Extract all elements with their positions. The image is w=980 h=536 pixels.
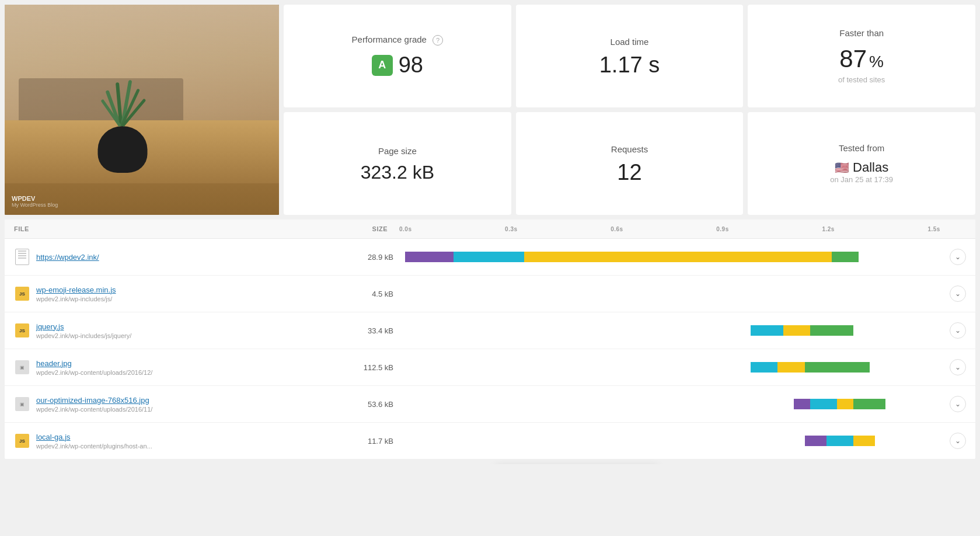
hero-watermark: WPDEV My WordPress Blog — [12, 195, 58, 208]
table-row: ▣ our-optimized-image-768x516.jpg wpdev2… — [5, 386, 975, 423]
tested-from-label: Tested from — [839, 143, 884, 153]
tick-0: 0.0s — [399, 226, 411, 232]
faster-percent: 87 — [839, 45, 867, 73]
bar-segment — [810, 325, 853, 336]
table-row: JS jquery.js wpdev2.ink/wp-includes/js/j… — [5, 312, 975, 349]
files-table: FILE SIZE 0.0s 0.3s 0.6s 0.9s 1.2s 1.5s … — [5, 220, 975, 460]
help-icon[interactable]: ? — [433, 35, 443, 46]
tick-2: 0.6s — [611, 226, 623, 232]
file-size: 112.5 kB — [347, 363, 405, 372]
bar-segment — [826, 436, 853, 446]
file-info: wp-emoji-release.min.js wpdev2.ink/wp-in… — [36, 286, 347, 302]
performance-grade-card: Performance grade ? A 98 — [284, 5, 511, 107]
grade-badge: A — [372, 55, 393, 76]
file-info: https://wpdev2.ink/ — [36, 253, 347, 262]
top-section: WPDEV My WordPress Blog Performance grad… — [0, 0, 980, 220]
tested-from-card: Tested from 🇺🇸 Dallas on Jan 25 at 17:39 — [748, 112, 975, 215]
file-info: jquery.js wpdev2.ink/wp-includes/js/jque… — [36, 322, 347, 339]
requests-card: Requests 12 — [516, 112, 744, 215]
table-row: JS local-ga.js wpdev2.ink/wp-content/plu… — [5, 423, 975, 460]
requests-label: Requests — [611, 144, 648, 154]
file-link[interactable]: jquery.js — [36, 322, 347, 331]
table-header: FILE SIZE 0.0s 0.3s 0.6s 0.9s 1.2s 1.5s — [5, 220, 975, 239]
bar-container — [405, 288, 945, 300]
file-icon: JS — [14, 287, 30, 301]
bar-segment — [751, 325, 783, 336]
col-size-header: SIZE — [341, 225, 399, 232]
us-flag-icon: 🇺🇸 — [835, 161, 849, 175]
file-icon: ▣ — [14, 360, 30, 374]
bar-segment — [454, 252, 524, 262]
expand-button[interactable]: ⌄ — [950, 396, 966, 412]
img-icon: ▣ — [15, 397, 29, 411]
tick-5: 1.5s — [927, 226, 940, 232]
brand-name: WPDEV — [12, 195, 58, 202]
hero-image-content — [5, 5, 279, 215]
tick-4: 1.2s — [822, 226, 834, 232]
table-row: https://wpdev2.ink/ 28.9 kB ⌄ — [5, 239, 975, 276]
file-size: 28.9 kB — [347, 253, 405, 262]
timeline-cell — [405, 386, 945, 422]
bar-container — [405, 251, 945, 263]
bar-segment — [524, 252, 832, 262]
bar-segment — [777, 362, 804, 373]
file-path: wpdev2.ink/wp-includes/js/jquery/ — [36, 332, 347, 339]
faster-sub: of tested sites — [838, 75, 885, 84]
timeline-ticks: 0.0s 0.3s 0.6s 0.9s 1.2s 1.5s — [399, 226, 940, 232]
col-timeline-header: 0.0s 0.3s 0.6s 0.9s 1.2s 1.5s — [399, 226, 940, 232]
page-size-label: Page size — [378, 146, 417, 156]
bar-segment — [832, 252, 859, 262]
expand-button[interactable]: ⌄ — [950, 322, 966, 339]
timeline-cell — [405, 276, 945, 312]
file-info: local-ga.js wpdev2.ink/wp-content/plugin… — [36, 433, 347, 450]
tick-3: 0.9s — [716, 226, 728, 232]
file-icon: JS — [14, 323, 30, 337]
tested-location-row: 🇺🇸 Dallas — [835, 160, 888, 175]
js-icon: JS — [15, 287, 29, 301]
brand-sub: My WordPress Blog — [12, 202, 58, 208]
metrics-grid: Performance grade ? A 98 Load time 1.17 … — [284, 5, 975, 215]
file-link[interactable]: header.jpg — [36, 359, 347, 368]
file-path: wpdev2.ink/wp-content/uploads/2016/11/ — [36, 406, 347, 413]
js-icon: JS — [15, 434, 29, 448]
requests-value: 12 — [617, 161, 641, 183]
table-row: JS wp-emoji-release.min.js wpdev2.ink/wp… — [5, 276, 975, 312]
file-path: wpdev2.ink/wp-content/uploads/2016/12/ — [36, 369, 347, 376]
page-size-value: 323.2 kB — [361, 163, 434, 182]
file-link[interactable]: wp-emoji-release.min.js — [36, 286, 347, 294]
file-rows-container: https://wpdev2.ink/ 28.9 kB ⌄ JS wp-emoj… — [5, 239, 975, 460]
load-time-label: Load time — [611, 37, 649, 47]
faster-than-card: Faster than 87 % of tested sites — [748, 5, 975, 107]
expand-button[interactable]: ⌄ — [950, 433, 966, 449]
bar-segment — [794, 399, 810, 409]
file-link[interactable]: our-optimized-image-768x516.jpg — [36, 396, 347, 405]
tested-location: Dallas — [853, 160, 888, 175]
file-size: 53.6 kB — [347, 400, 405, 409]
file-path: wpdev2.ink/wp-includes/js/ — [36, 295, 347, 302]
bar-segment — [751, 362, 777, 373]
expand-button[interactable]: ⌄ — [950, 286, 966, 302]
bar-segment — [810, 399, 837, 409]
bar-container — [405, 398, 945, 410]
col-file-header: FILE — [14, 225, 341, 232]
bar-segment — [853, 436, 875, 446]
grade-row: A 98 — [372, 53, 423, 78]
table-row: ▣ header.jpg wpdev2.ink/wp-content/uploa… — [5, 349, 975, 386]
file-size: 33.4 kB — [347, 326, 405, 335]
load-time-card: Load time 1.17 s — [516, 5, 744, 107]
page-size-card: Page size 323.2 kB — [284, 112, 511, 215]
load-time-value: 1.17 s — [599, 54, 660, 76]
file-info: our-optimized-image-768x516.jpg wpdev2.i… — [36, 396, 347, 413]
bar-container — [405, 435, 945, 447]
file-icon — [14, 249, 30, 265]
tick-1: 0.3s — [505, 226, 517, 232]
file-link[interactable]: https://wpdev2.ink/ — [36, 253, 347, 262]
bar-container — [405, 325, 945, 336]
faster-than-label: Faster than — [839, 28, 884, 38]
timeline-cell — [405, 239, 945, 275]
expand-button[interactable]: ⌄ — [950, 249, 966, 265]
file-link[interactable]: local-ga.js — [36, 433, 347, 441]
expand-button[interactable]: ⌄ — [950, 359, 966, 375]
hero-image: WPDEV My WordPress Blog — [5, 5, 279, 215]
bar-segment — [405, 252, 454, 262]
